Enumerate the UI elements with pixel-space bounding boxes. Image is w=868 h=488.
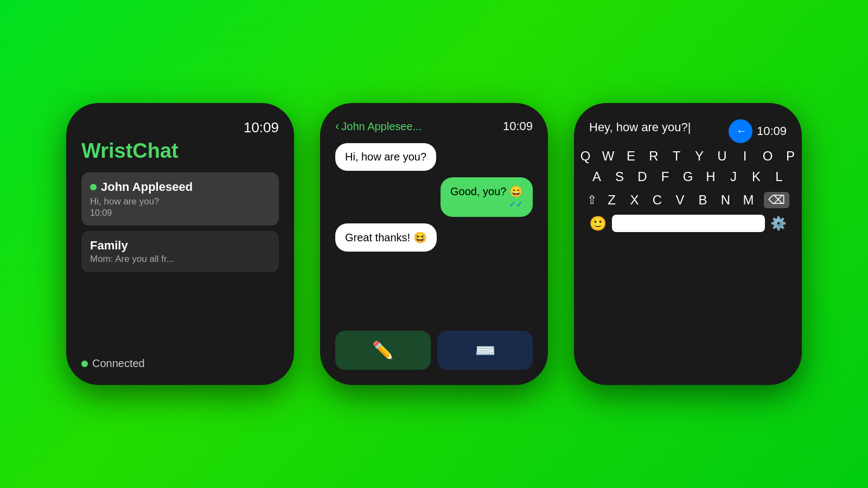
chat-preview-family: Mom: Are you all fr... — [90, 254, 270, 265]
keyboard-button[interactable]: ⌨️ — [437, 331, 533, 370]
scribble-button[interactable]: ✏️ — [335, 331, 431, 370]
key-v[interactable]: V — [673, 192, 688, 208]
messages-area: Hi, how are you? Good, you? 😄 ✓✓ Great t… — [335, 143, 533, 322]
screen2-time: 10:09 — [503, 119, 533, 133]
back-chevron-icon: ‹ — [335, 119, 339, 133]
keyboard-grid: Q W E R T Y U I O P A S D F G H J K L ⇧ … — [589, 149, 787, 208]
input-area: Hey, how are you?| — [589, 120, 724, 134]
key-n[interactable]: N — [718, 192, 733, 208]
screen1-time: 10:09 — [81, 119, 279, 136]
settings-icon[interactable]: ⚙️ — [770, 216, 787, 231]
connected-label: Connected — [92, 357, 145, 370]
message-received-1: Hi, how are you? — [335, 143, 436, 171]
emoji-button[interactable]: 🙂 — [589, 215, 607, 232]
chat-name-family: Family — [90, 239, 270, 253]
watch-screen-keyboard: Hey, how are you?| ↑ 10:09 Q W E R T Y U… — [574, 103, 802, 385]
watch-screen-chatlist: 10:09 WristChat John Appleseed Hi, how a… — [66, 103, 294, 385]
key-x[interactable]: X — [627, 192, 642, 208]
send-arrow-icon: ↑ — [734, 129, 746, 134]
key-b[interactable]: B — [695, 192, 711, 208]
keyboard-icon: ⌨️ — [475, 341, 495, 360]
key-q[interactable]: Q — [578, 149, 593, 164]
connected-dot — [81, 361, 88, 367]
key-z[interactable]: Z — [604, 192, 620, 208]
delete-key[interactable]: ⌫ — [764, 192, 789, 208]
chat-preview-john: Hi, how are you? — [90, 196, 270, 207]
send-button[interactable]: ↑ — [729, 119, 752, 143]
scribble-icon: ✏️ — [372, 340, 394, 361]
key-f[interactable]: F — [658, 169, 673, 184]
action-buttons-row: ✏️ ⌨️ — [335, 331, 533, 370]
read-receipt-icon: ✓✓ — [450, 199, 523, 209]
key-l[interactable]: L — [771, 169, 787, 184]
key-e[interactable]: E — [623, 149, 639, 164]
key-j[interactable]: J — [726, 169, 741, 184]
contact-name: John Applesee... — [341, 120, 422, 133]
connected-status-row: Connected — [81, 349, 279, 370]
key-row-3: ⇧ Z X C V B N M ⌫ — [589, 192, 787, 208]
key-m[interactable]: M — [741, 192, 756, 208]
chat-header: ‹ John Applesee... 10:09 — [335, 119, 533, 133]
input-text[interactable]: Hey, how are you?| — [589, 120, 724, 134]
chat-item-family[interactable]: Family Mom: Are you all fr... — [81, 231, 279, 272]
key-d[interactable]: D — [635, 169, 650, 184]
key-t[interactable]: T — [669, 149, 684, 164]
key-c[interactable]: C — [650, 192, 665, 208]
keyboard-toolbar: 🙂 ⚙️ — [589, 215, 787, 232]
key-a[interactable]: A — [589, 169, 604, 184]
chat-name-john: John Appleseed — [101, 180, 193, 194]
key-u[interactable]: U — [714, 149, 730, 164]
message-sent-1: Good, you? 😄 ✓✓ — [441, 177, 533, 217]
back-contact-row[interactable]: ‹ John Applesee... — [335, 119, 422, 133]
key-p[interactable]: P — [783, 149, 798, 164]
space-bar[interactable] — [612, 215, 765, 232]
key-i[interactable]: I — [737, 149, 752, 164]
online-indicator — [90, 184, 97, 190]
keyboard-header: Hey, how are you?| ↑ 10:09 — [589, 119, 787, 143]
key-y[interactable]: Y — [692, 149, 707, 164]
watch-screen-chatview: ‹ John Applesee... 10:09 Hi, how are you… — [320, 103, 548, 385]
key-w[interactable]: W — [601, 149, 616, 164]
key-r[interactable]: R — [646, 149, 661, 164]
message-received-2: Great thanks! 😆 — [335, 223, 437, 252]
key-s[interactable]: S — [612, 169, 627, 184]
key-o[interactable]: O — [760, 149, 775, 164]
chat-item-john[interactable]: John Appleseed Hi, how are you? 10:09 — [81, 172, 279, 226]
key-row-2: A S D F G H J K L — [589, 169, 787, 184]
app-title: WristChat — [81, 139, 279, 163]
chat-time-john: 10:09 — [90, 208, 270, 218]
key-g[interactable]: G — [680, 169, 695, 184]
key-k[interactable]: K — [749, 169, 764, 184]
screen3-time: 10:09 — [757, 124, 787, 138]
shift-key[interactable]: ⇧ — [587, 193, 597, 207]
key-row-1: Q W E R T Y U I O P — [589, 149, 787, 164]
key-h[interactable]: H — [703, 169, 718, 184]
